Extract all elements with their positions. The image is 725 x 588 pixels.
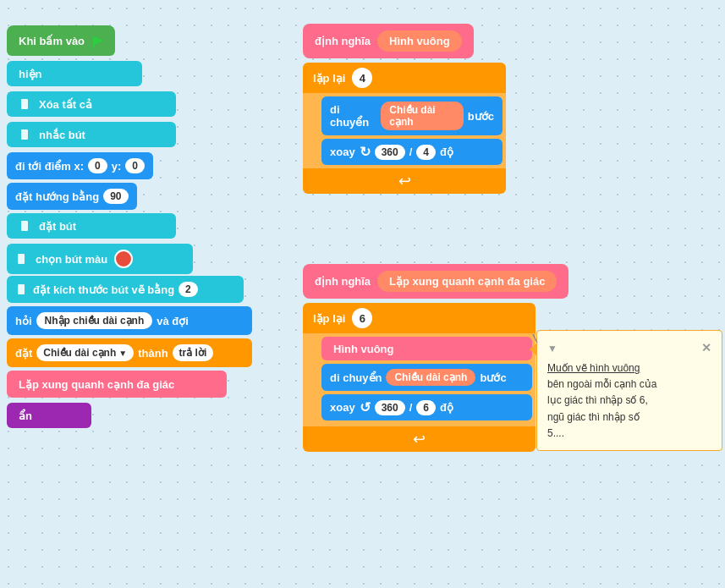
pencil2-icon: [19, 128, 32, 141]
event-label: Khi bấm vào: [19, 35, 85, 47]
set-var-val-input[interactable]: trả lời: [173, 344, 214, 361]
rotate-val2-1[interactable]: 4: [416, 145, 436, 160]
rotate-div-2: /: [409, 401, 413, 414]
call-polygon-block[interactable]: Lặp xung quanh cạnh đa giác: [7, 371, 227, 398]
rotate-polygon-block[interactable]: xoay ↺ 360 / 6 độ: [321, 394, 532, 420]
pencil-icon: [19, 97, 32, 111]
goto-y-input[interactable]: 0: [125, 158, 145, 173]
pen-down-block[interactable]: đặt bút: [7, 213, 176, 239]
loop4-count[interactable]: 4: [352, 68, 372, 88]
move-unit-2: bước: [480, 371, 506, 384]
rotate-val1-1[interactable]: 360: [375, 145, 405, 160]
set-direction-block[interactable]: đặt hướng bằng 90: [7, 183, 137, 210]
move-label-1: di chuyển: [330, 103, 376, 129]
define-square-block[interactable]: định nghĩa Hình vuông: [303, 24, 474, 58]
define-label-2: định nghĩa: [315, 275, 371, 288]
clear-label: Xóa tất cả: [39, 98, 92, 111]
clear-block[interactable]: Xóa tất cả: [7, 91, 176, 117]
rotate-label-1: xoay: [330, 146, 355, 158]
show-label: hiện: [19, 68, 42, 80]
call-polygon-label: Lặp xung quanh cạnh đa giác: [19, 378, 174, 391]
pen-down-label: đặt bút: [39, 220, 76, 233]
loop6-bottom: ↩: [303, 426, 536, 452]
event-block[interactable]: Khi bấm vào: [7, 25, 115, 56]
loop6-c-block[interactable]: lặp lại 6 Hình vuông di chuyển Chiều dài…: [303, 303, 536, 452]
loop6-top[interactable]: lặp lại 6: [303, 303, 536, 333]
pencil3-icon: [19, 219, 32, 233]
goto-y-label: y:: [112, 160, 122, 173]
ask-wait-label: và đợi: [157, 315, 189, 327]
note-line1: Muốn vẽ hình vuông: [547, 362, 640, 374]
hide-label: ẩn: [19, 409, 32, 422]
color-swatch[interactable]: [114, 250, 133, 268]
svg-rect-6: [18, 254, 25, 264]
set-var-to-label: thành: [138, 347, 168, 360]
ask-prompt-input[interactable]: Nhập chiều dài cạnh: [36, 312, 153, 329]
loop4-label: lặp lại: [313, 72, 345, 85]
set-var-block[interactable]: đặt Chiều dài cạnh ▼ thành trả lời: [7, 338, 252, 367]
note-arrow-down-icon: ▼: [547, 341, 557, 356]
svg-marker-0: [94, 36, 104, 45]
loop4-arrow: ↩: [398, 172, 411, 190]
note-text: Muốn vẽ hình vuông bên ngoài mỗi cạnh củ…: [547, 360, 711, 442]
pen-color-label: chọn bút màu: [36, 253, 107, 266]
loop6-arrow: ↩: [413, 430, 426, 448]
define-polygon-block[interactable]: định nghĩa Lặp xung quanh cạnh đa giác: [303, 264, 568, 299]
pencil4-icon: [15, 252, 29, 266]
loop6-inner: Hình vuông di chuyển Chiều dài cạnh bước…: [303, 333, 536, 426]
define-polygon-name: Lặp xung quanh cạnh đa giác: [377, 271, 557, 292]
move-param-1[interactable]: Chiều dài cạnh: [381, 102, 463, 130]
loop4-c-block[interactable]: lặp lại 4 di chuyển Chiều dài cạnh bước …: [303, 63, 506, 194]
move-square-block[interactable]: di chuyển Chiều dài cạnh bước: [321, 96, 503, 135]
loop4-bottom: ↩: [303, 168, 506, 194]
dropdown-arrow: ▼: [118, 349, 127, 358]
loop6-label: lặp lại: [313, 312, 345, 325]
pen-size-input[interactable]: 2: [179, 282, 198, 297]
svg-rect-1: [93, 36, 95, 48]
rotate-unit-2: độ: [440, 401, 453, 414]
rotate-div-1: /: [409, 146, 413, 158]
rotate-val2-2[interactable]: 6: [416, 400, 436, 415]
goto-block[interactable]: đi tới điểm x: 0 y: 0: [7, 152, 153, 179]
set-var-label: đặt: [15, 347, 32, 360]
show-block[interactable]: hiện: [7, 61, 142, 86]
note-triangle: [530, 343, 537, 356]
note-close-button[interactable]: ✕: [701, 339, 711, 357]
call-square-block[interactable]: Hình vuông: [321, 337, 532, 360]
note-line4: ngũ giác thì nhập số: [547, 411, 640, 423]
loop6-count[interactable]: 6: [352, 308, 372, 328]
note-box: ▼ ✕ Muốn vẽ hình vuông bên ngoài mỗi cạn…: [536, 330, 722, 451]
pen-up-label: nhắc bút: [39, 129, 85, 141]
svg-rect-7: [18, 284, 25, 294]
set-dir-label: đặt hướng bằng: [15, 190, 99, 203]
note-line2: bên ngoài mỗi cạnh của: [547, 378, 656, 390]
pen-size-block[interactable]: đặt kích thước bút vẽ bằng 2: [7, 276, 244, 303]
scratch-canvas: Khi bấm vào hiện Xóa tất cả nhắc bút đi …: [0, 0, 725, 588]
pen-color-block[interactable]: chọn bút màu: [7, 244, 193, 274]
rotate-label-2: xoay: [330, 401, 355, 414]
rotate-square-block[interactable]: xoay ↻ 360 / 4 độ: [321, 139, 503, 165]
ask-block[interactable]: hỏi Nhập chiều dài cạnh và đợi: [7, 306, 252, 335]
move-label-2: di chuyển: [330, 371, 382, 384]
move-unit-1: bước: [468, 110, 494, 123]
svg-rect-5: [21, 221, 28, 231]
flag-icon: [91, 35, 103, 47]
note-line5: 5....: [547, 427, 564, 439]
move-param-2[interactable]: Chiều dài cạnh: [386, 369, 475, 386]
define-square-name: Hình vuông: [377, 30, 462, 52]
set-var-name-input[interactable]: Chiều dài cạnh ▼: [36, 344, 134, 361]
loop4-top[interactable]: lặp lại 4: [303, 63, 506, 93]
move-polygon-block[interactable]: di chuyển Chiều dài cạnh bước: [321, 364, 532, 391]
goto-label: đi tới điểm x:: [15, 160, 84, 173]
rotate-ccw-icon: ↺: [360, 399, 371, 415]
pen-size-label: đặt kích thước bút vẽ bằng: [33, 283, 174, 296]
rotate-unit-1: độ: [440, 146, 453, 158]
pencil5-icon: [15, 283, 29, 296]
rotate-cw-icon: ↻: [360, 144, 371, 160]
goto-x-input[interactable]: 0: [88, 158, 107, 173]
hide-block[interactable]: ẩn: [7, 403, 91, 428]
set-dir-input[interactable]: 90: [103, 189, 128, 204]
ask-label: hỏi: [15, 315, 32, 327]
pen-up-block[interactable]: nhắc bút: [7, 122, 176, 147]
rotate-val1-2[interactable]: 360: [375, 400, 405, 415]
